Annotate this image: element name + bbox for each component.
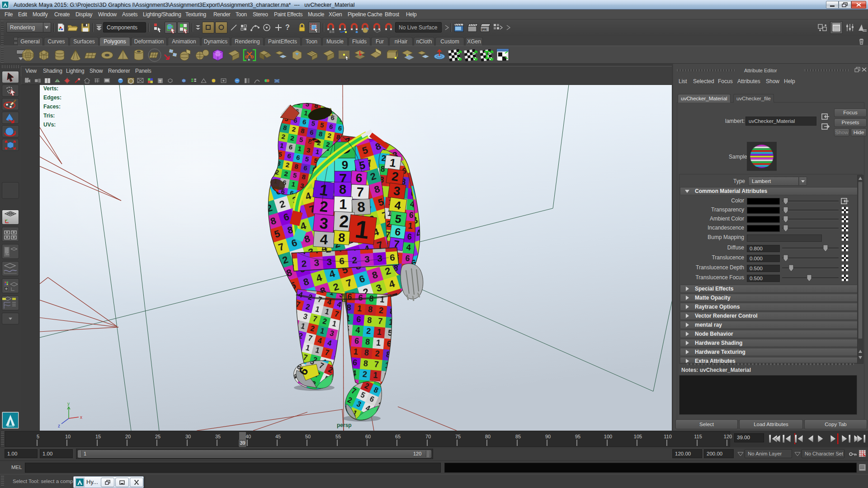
svg-text:z: z — [58, 423, 60, 428]
svg-text:4: 4 — [320, 231, 329, 248]
svg-text:Verts:: Verts: — [43, 85, 58, 92]
svg-text:UVs:: UVs: — [43, 122, 56, 128]
svg-text:x: x — [80, 415, 82, 420]
svg-text:7: 7 — [356, 185, 364, 200]
svg-text:6: 6 — [355, 171, 363, 185]
svg-text:y: y — [67, 401, 70, 406]
svg-text:2: 2 — [319, 198, 329, 215]
svg-text:Edges:: Edges: — [43, 94, 61, 101]
svg-text:2: 2 — [339, 211, 349, 231]
svg-text:8: 8 — [338, 231, 345, 245]
svg-text:IPR: IPR — [481, 28, 487, 31]
svg-text:Faces:: Faces: — [43, 103, 61, 110]
svg-text:1: 1 — [339, 196, 347, 212]
svg-text:MAYA: MAYA — [7, 425, 14, 427]
svg-text:3: 3 — [319, 214, 329, 232]
svg-text:T: T — [159, 79, 161, 84]
svg-text:9: 9 — [342, 158, 348, 172]
svg-text:Tris:: Tris: — [43, 113, 55, 119]
svg-text:8: 8 — [357, 199, 365, 215]
svg-text:persp: persp — [337, 422, 352, 428]
svg-text:8: 8 — [339, 182, 346, 197]
